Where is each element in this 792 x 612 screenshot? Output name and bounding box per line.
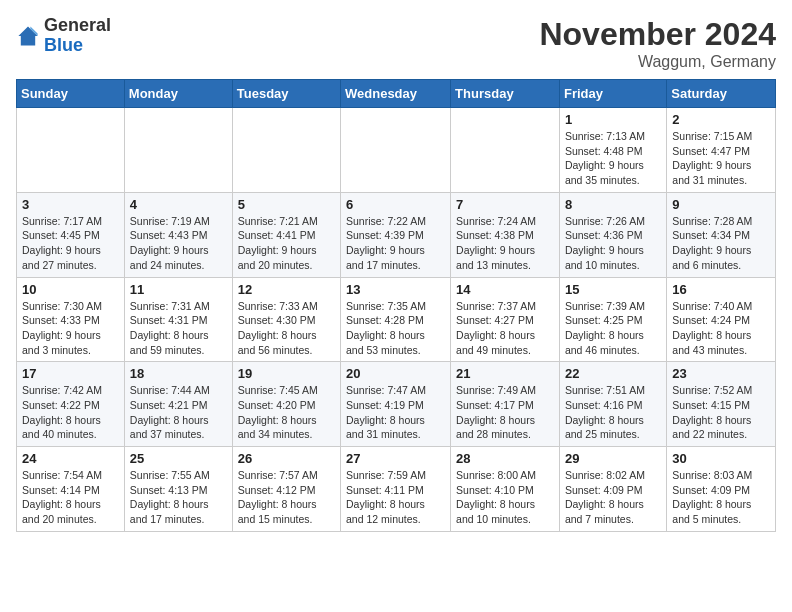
day-number: 16 (672, 282, 770, 297)
day-number: 9 (672, 197, 770, 212)
calendar-cell: 8Sunrise: 7:26 AM Sunset: 4:36 PM Daylig… (559, 192, 666, 277)
calendar-cell: 18Sunrise: 7:44 AM Sunset: 4:21 PM Dayli… (124, 362, 232, 447)
day-info: Sunrise: 7:55 AM Sunset: 4:13 PM Dayligh… (130, 468, 227, 527)
calendar-cell: 12Sunrise: 7:33 AM Sunset: 4:30 PM Dayli… (232, 277, 340, 362)
day-number: 7 (456, 197, 554, 212)
calendar-cell: 5Sunrise: 7:21 AM Sunset: 4:41 PM Daylig… (232, 192, 340, 277)
day-info: Sunrise: 7:39 AM Sunset: 4:25 PM Dayligh… (565, 299, 661, 358)
day-info: Sunrise: 7:37 AM Sunset: 4:27 PM Dayligh… (456, 299, 554, 358)
day-number: 12 (238, 282, 335, 297)
calendar-cell (341, 108, 451, 193)
calendar-cell: 9Sunrise: 7:28 AM Sunset: 4:34 PM Daylig… (667, 192, 776, 277)
day-info: Sunrise: 7:44 AM Sunset: 4:21 PM Dayligh… (130, 383, 227, 442)
calendar-week-5: 24Sunrise: 7:54 AM Sunset: 4:14 PM Dayli… (17, 447, 776, 532)
header-monday: Monday (124, 80, 232, 108)
month-title: November 2024 (539, 16, 776, 53)
day-info: Sunrise: 7:26 AM Sunset: 4:36 PM Dayligh… (565, 214, 661, 273)
day-info: Sunrise: 8:02 AM Sunset: 4:09 PM Dayligh… (565, 468, 661, 527)
calendar-cell: 24Sunrise: 7:54 AM Sunset: 4:14 PM Dayli… (17, 447, 125, 532)
calendar-cell: 11Sunrise: 7:31 AM Sunset: 4:31 PM Dayli… (124, 277, 232, 362)
calendar-header-row: SundayMondayTuesdayWednesdayThursdayFrid… (17, 80, 776, 108)
day-number: 26 (238, 451, 335, 466)
day-number: 1 (565, 112, 661, 127)
day-info: Sunrise: 7:22 AM Sunset: 4:39 PM Dayligh… (346, 214, 445, 273)
day-info: Sunrise: 7:30 AM Sunset: 4:33 PM Dayligh… (22, 299, 119, 358)
calendar-table: SundayMondayTuesdayWednesdayThursdayFrid… (16, 79, 776, 532)
header-friday: Friday (559, 80, 666, 108)
calendar-cell: 7Sunrise: 7:24 AM Sunset: 4:38 PM Daylig… (451, 192, 560, 277)
calendar-cell: 6Sunrise: 7:22 AM Sunset: 4:39 PM Daylig… (341, 192, 451, 277)
calendar-cell: 3Sunrise: 7:17 AM Sunset: 4:45 PM Daylig… (17, 192, 125, 277)
calendar-week-4: 17Sunrise: 7:42 AM Sunset: 4:22 PM Dayli… (17, 362, 776, 447)
title-area: November 2024 Waggum, Germany (539, 16, 776, 71)
calendar-cell (17, 108, 125, 193)
calendar-week-1: 1Sunrise: 7:13 AM Sunset: 4:48 PM Daylig… (17, 108, 776, 193)
day-info: Sunrise: 7:24 AM Sunset: 4:38 PM Dayligh… (456, 214, 554, 273)
calendar-cell (232, 108, 340, 193)
day-info: Sunrise: 7:45 AM Sunset: 4:20 PM Dayligh… (238, 383, 335, 442)
day-number: 30 (672, 451, 770, 466)
calendar-cell: 14Sunrise: 7:37 AM Sunset: 4:27 PM Dayli… (451, 277, 560, 362)
calendar-cell (451, 108, 560, 193)
day-info: Sunrise: 7:52 AM Sunset: 4:15 PM Dayligh… (672, 383, 770, 442)
day-info: Sunrise: 7:54 AM Sunset: 4:14 PM Dayligh… (22, 468, 119, 527)
day-number: 18 (130, 366, 227, 381)
calendar-cell: 23Sunrise: 7:52 AM Sunset: 4:15 PM Dayli… (667, 362, 776, 447)
day-number: 10 (22, 282, 119, 297)
day-info: Sunrise: 8:03 AM Sunset: 4:09 PM Dayligh… (672, 468, 770, 527)
day-info: Sunrise: 7:13 AM Sunset: 4:48 PM Dayligh… (565, 129, 661, 188)
day-info: Sunrise: 7:33 AM Sunset: 4:30 PM Dayligh… (238, 299, 335, 358)
day-number: 27 (346, 451, 445, 466)
logo-icon (16, 24, 40, 48)
calendar-cell: 16Sunrise: 7:40 AM Sunset: 4:24 PM Dayli… (667, 277, 776, 362)
logo: General Blue (16, 16, 111, 56)
calendar-cell: 15Sunrise: 7:39 AM Sunset: 4:25 PM Dayli… (559, 277, 666, 362)
logo-text: General Blue (44, 16, 111, 56)
calendar-cell: 26Sunrise: 7:57 AM Sunset: 4:12 PM Dayli… (232, 447, 340, 532)
calendar-cell: 22Sunrise: 7:51 AM Sunset: 4:16 PM Dayli… (559, 362, 666, 447)
day-info: Sunrise: 7:49 AM Sunset: 4:17 PM Dayligh… (456, 383, 554, 442)
calendar-week-2: 3Sunrise: 7:17 AM Sunset: 4:45 PM Daylig… (17, 192, 776, 277)
day-number: 25 (130, 451, 227, 466)
calendar-cell (124, 108, 232, 193)
day-number: 15 (565, 282, 661, 297)
day-number: 22 (565, 366, 661, 381)
header-wednesday: Wednesday (341, 80, 451, 108)
day-info: Sunrise: 7:42 AM Sunset: 4:22 PM Dayligh… (22, 383, 119, 442)
day-number: 21 (456, 366, 554, 381)
calendar-cell: 29Sunrise: 8:02 AM Sunset: 4:09 PM Dayli… (559, 447, 666, 532)
day-number: 6 (346, 197, 445, 212)
day-info: Sunrise: 7:35 AM Sunset: 4:28 PM Dayligh… (346, 299, 445, 358)
day-number: 29 (565, 451, 661, 466)
day-info: Sunrise: 7:31 AM Sunset: 4:31 PM Dayligh… (130, 299, 227, 358)
day-number: 14 (456, 282, 554, 297)
header-sunday: Sunday (17, 80, 125, 108)
calendar-cell: 2Sunrise: 7:15 AM Sunset: 4:47 PM Daylig… (667, 108, 776, 193)
day-number: 17 (22, 366, 119, 381)
day-number: 24 (22, 451, 119, 466)
day-info: Sunrise: 7:51 AM Sunset: 4:16 PM Dayligh… (565, 383, 661, 442)
calendar-cell: 19Sunrise: 7:45 AM Sunset: 4:20 PM Dayli… (232, 362, 340, 447)
day-info: Sunrise: 7:21 AM Sunset: 4:41 PM Dayligh… (238, 214, 335, 273)
day-number: 4 (130, 197, 227, 212)
calendar-cell: 30Sunrise: 8:03 AM Sunset: 4:09 PM Dayli… (667, 447, 776, 532)
calendar-cell: 21Sunrise: 7:49 AM Sunset: 4:17 PM Dayli… (451, 362, 560, 447)
day-info: Sunrise: 7:57 AM Sunset: 4:12 PM Dayligh… (238, 468, 335, 527)
day-info: Sunrise: 8:00 AM Sunset: 4:10 PM Dayligh… (456, 468, 554, 527)
day-info: Sunrise: 7:28 AM Sunset: 4:34 PM Dayligh… (672, 214, 770, 273)
header-thursday: Thursday (451, 80, 560, 108)
calendar-cell: 13Sunrise: 7:35 AM Sunset: 4:28 PM Dayli… (341, 277, 451, 362)
header-saturday: Saturday (667, 80, 776, 108)
day-number: 8 (565, 197, 661, 212)
day-info: Sunrise: 7:59 AM Sunset: 4:11 PM Dayligh… (346, 468, 445, 527)
header: General Blue November 2024 Waggum, Germa… (16, 16, 776, 71)
day-info: Sunrise: 7:19 AM Sunset: 4:43 PM Dayligh… (130, 214, 227, 273)
day-number: 2 (672, 112, 770, 127)
day-number: 13 (346, 282, 445, 297)
calendar-cell: 20Sunrise: 7:47 AM Sunset: 4:19 PM Dayli… (341, 362, 451, 447)
calendar-cell: 17Sunrise: 7:42 AM Sunset: 4:22 PM Dayli… (17, 362, 125, 447)
calendar-week-3: 10Sunrise: 7:30 AM Sunset: 4:33 PM Dayli… (17, 277, 776, 362)
header-tuesday: Tuesday (232, 80, 340, 108)
calendar-cell: 1Sunrise: 7:13 AM Sunset: 4:48 PM Daylig… (559, 108, 666, 193)
day-number: 11 (130, 282, 227, 297)
